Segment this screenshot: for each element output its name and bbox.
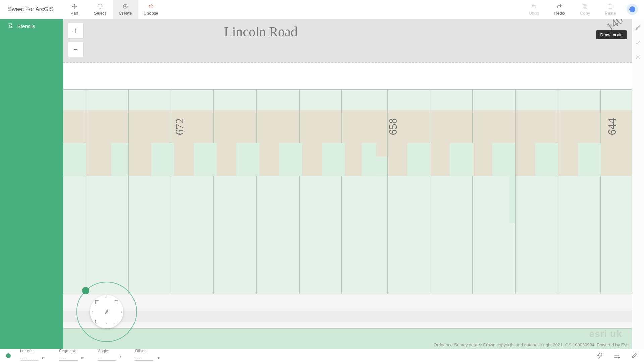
select-icon <box>97 3 103 9</box>
select-label: Select <box>94 11 106 16</box>
chevron-up-icon[interactable]: ˄ <box>105 296 107 301</box>
compass-needle-icon <box>103 308 110 315</box>
lot <box>558 89 601 294</box>
garden-cut <box>362 143 376 176</box>
angle-label: Angle: <box>98 349 121 353</box>
svg-rect-3 <box>583 4 586 7</box>
copy-button[interactable]: Copy <box>572 0 598 19</box>
connection-status-icon <box>6 353 11 358</box>
confirm-button[interactable] <box>634 39 642 47</box>
polygon-icon <box>148 3 154 9</box>
plus-circle-icon <box>122 3 128 9</box>
provider-watermark: esri uk <box>589 328 622 339</box>
garden-cut <box>492 143 515 176</box>
user-avatar[interactable] <box>627 4 638 15</box>
chevron-left-icon[interactable]: ‹ <box>91 310 93 314</box>
lot <box>515 89 558 294</box>
garden-cut <box>535 143 558 176</box>
garden-cut <box>279 143 302 176</box>
lot <box>299 89 342 294</box>
offset-label: Offset <box>135 349 160 353</box>
zoom-in-button[interactable]: ＋ <box>68 23 83 38</box>
redo-label: Redo <box>554 11 565 16</box>
corner-icon <box>95 320 99 323</box>
create-label: Create <box>119 11 132 16</box>
svg-point-6 <box>618 357 619 358</box>
garden-cut <box>407 143 430 176</box>
corner-icon <box>115 320 118 323</box>
paste-icon <box>607 3 613 9</box>
verge-area <box>63 63 632 89</box>
lot <box>257 89 299 294</box>
footpath-strip <box>63 311 632 322</box>
lot <box>473 89 515 294</box>
corner-icon <box>95 300 99 304</box>
map-canvas[interactable]: Lincoln Road 140 <box>63 19 632 349</box>
sidebar-item-stencils[interactable]: Stencils <box>0 19 63 33</box>
left-sidebar: Stencils <box>0 19 63 349</box>
status-bar: Length: --.-- m Segment: --.-- m Angle: … <box>0 349 644 362</box>
segment-field: Segment: --.-- m <box>59 351 85 361</box>
compass-rotate-handle[interactable] <box>82 287 89 294</box>
cancel-button[interactable] <box>634 53 642 61</box>
map-attribution: Ordnance Survey data © Crown copyright a… <box>434 342 629 347</box>
garden-cut <box>578 143 601 176</box>
redo-icon <box>556 3 562 9</box>
house-number: 658 <box>387 118 399 135</box>
minus-icon: － <box>72 44 79 54</box>
undo-icon <box>531 3 537 9</box>
draw-mode-button[interactable] <box>634 24 642 32</box>
paste-button[interactable]: Paste <box>598 0 623 19</box>
chevron-right-icon[interactable]: › <box>121 310 122 314</box>
garden-cut <box>450 143 473 176</box>
segment-value[interactable]: --.-- <box>59 355 77 361</box>
chevron-down-icon[interactable]: ˅ <box>105 322 107 327</box>
corner-icon <box>115 300 118 304</box>
redo-button[interactable]: Redo <box>547 0 572 19</box>
lot <box>128 89 171 294</box>
zoom-controls: ＋ － <box>68 23 83 61</box>
choose-tool[interactable]: Choose <box>138 0 164 19</box>
link-button[interactable] <box>596 352 603 359</box>
edit-button[interactable] <box>631 352 638 359</box>
map-inner: Lincoln Road 140 <box>63 19 632 349</box>
offset-field: Offset --.-- m <box>135 351 160 361</box>
road-area <box>63 19 632 63</box>
garden-cut <box>376 157 387 177</box>
svg-rect-0 <box>98 4 102 8</box>
segment-label: Segment: <box>59 349 85 353</box>
copy-label: Copy <box>580 11 590 16</box>
angle-value[interactable]: --- <box>98 355 116 361</box>
zoom-out-button[interactable]: － <box>68 42 83 57</box>
nav-compass-widget[interactable]: ˄ ˅ ‹ › <box>76 282 137 342</box>
segment-unit: m <box>81 355 85 360</box>
draw-mode-tooltip: Draw mode <box>596 30 627 39</box>
undo-button[interactable]: Undo <box>521 0 547 19</box>
length-value[interactable]: --.-- <box>20 355 39 361</box>
house-number: 644 <box>606 118 619 135</box>
pan-label: Pan <box>70 11 78 16</box>
garden-cut <box>509 176 515 223</box>
undo-label: Undo <box>529 11 539 16</box>
garden-cut <box>236 143 259 176</box>
parcel-block: 672 658 644 <box>63 89 632 294</box>
copy-icon <box>582 3 588 9</box>
stencils-label: Stencils <box>17 23 35 29</box>
lot <box>63 89 86 294</box>
select-tool[interactable]: Select <box>87 0 113 19</box>
choose-label: Choose <box>144 11 159 16</box>
lot <box>86 89 128 294</box>
lot <box>342 89 387 294</box>
paste-label: Paste <box>605 11 616 16</box>
length-field: Length: --.-- m <box>20 351 46 361</box>
offset-unit: m <box>157 355 160 360</box>
garden-cut <box>194 143 217 176</box>
create-tool[interactable]: Create <box>113 0 138 19</box>
pan-tool[interactable]: Pan <box>62 0 87 19</box>
lot <box>214 89 256 294</box>
length-unit: m <box>42 355 46 360</box>
offset-value[interactable]: --.-- <box>135 355 153 361</box>
layers-list-button[interactable] <box>613 352 621 359</box>
point-marker <box>610 24 612 26</box>
svg-rect-2 <box>584 5 587 8</box>
